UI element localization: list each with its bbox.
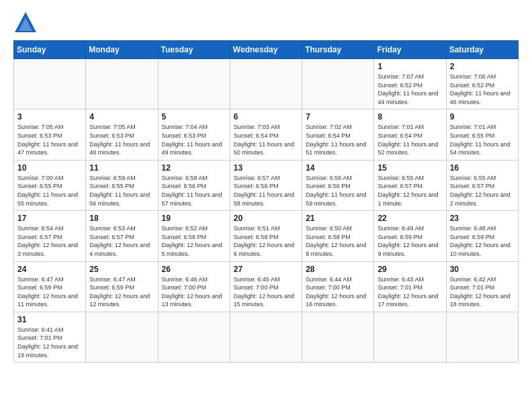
calendar-header: SundayMondayTuesdayWednesdayThursdayFrid… <box>14 41 519 59</box>
day-number: 26 <box>162 265 226 274</box>
calendar-week: 1Sunrise: 7:07 AM Sunset: 6:52 PM Daylig… <box>14 59 519 109</box>
calendar-cell <box>86 59 158 109</box>
calendar-cell: 25Sunrise: 6:47 AM Sunset: 6:59 PM Dayli… <box>86 261 158 312</box>
day-number: 10 <box>17 163 82 173</box>
calendar-cell: 20Sunrise: 6:51 AM Sunset: 6:58 PM Dayli… <box>230 211 302 261</box>
day-number: 24 <box>17 265 82 274</box>
day-info: Sunrise: 7:00 AM Sunset: 6:55 PM Dayligh… <box>17 174 82 208</box>
calendar-cell: 31Sunrise: 6:41 AM Sunset: 7:01 PM Dayli… <box>14 312 86 362</box>
day-info: Sunrise: 6:43 AM Sunset: 7:01 PM Dayligh… <box>378 275 442 309</box>
day-number: 4 <box>89 112 154 122</box>
day-info: Sunrise: 7:05 AM Sunset: 6:53 PM Dayligh… <box>89 123 154 156</box>
day-info: Sunrise: 6:47 AM Sunset: 6:59 PM Dayligh… <box>17 275 82 309</box>
weekday-header: Saturday <box>446 41 518 59</box>
day-info: Sunrise: 6:54 AM Sunset: 6:57 PM Dayligh… <box>17 224 82 258</box>
day-number: 11 <box>89 163 154 173</box>
calendar-cell: 19Sunrise: 6:52 AM Sunset: 6:58 PM Dayli… <box>158 211 230 261</box>
calendar-cell <box>302 59 374 109</box>
day-info: Sunrise: 7:02 AM Sunset: 6:54 PM Dayligh… <box>306 123 370 156</box>
calendar-cell: 30Sunrise: 6:42 AM Sunset: 7:01 PM Dayli… <box>446 261 518 312</box>
day-info: Sunrise: 6:49 AM Sunset: 6:59 PM Dayligh… <box>378 224 442 258</box>
day-info: Sunrise: 6:50 AM Sunset: 6:58 PM Dayligh… <box>306 224 370 258</box>
calendar-cell: 26Sunrise: 6:46 AM Sunset: 7:00 PM Dayli… <box>158 261 230 312</box>
day-info: Sunrise: 6:53 AM Sunset: 6:57 PM Dayligh… <box>89 224 154 258</box>
calendar-cell: 5Sunrise: 7:04 AM Sunset: 6:53 PM Daylig… <box>158 109 230 160</box>
calendar-cell <box>374 312 446 362</box>
calendar-cell: 29Sunrise: 6:43 AM Sunset: 7:01 PM Dayli… <box>374 261 446 312</box>
calendar-cell: 21Sunrise: 6:50 AM Sunset: 6:58 PM Dayli… <box>302 211 374 261</box>
day-number: 16 <box>450 163 515 173</box>
header <box>13 11 519 35</box>
calendar-body: 1Sunrise: 7:07 AM Sunset: 6:52 PM Daylig… <box>14 59 519 363</box>
day-info: Sunrise: 6:56 AM Sunset: 6:56 PM Dayligh… <box>306 174 370 208</box>
calendar-cell: 2Sunrise: 7:06 AM Sunset: 6:52 PM Daylig… <box>446 59 518 109</box>
day-info: Sunrise: 6:47 AM Sunset: 6:59 PM Dayligh… <box>89 275 154 309</box>
calendar-cell: 3Sunrise: 7:05 AM Sunset: 6:53 PM Daylig… <box>14 109 86 160</box>
day-info: Sunrise: 6:55 AM Sunset: 6:57 PM Dayligh… <box>378 174 442 208</box>
calendar-cell: 22Sunrise: 6:49 AM Sunset: 6:59 PM Dayli… <box>374 211 446 261</box>
calendar-cell <box>158 312 230 362</box>
day-info: Sunrise: 6:52 AM Sunset: 6:58 PM Dayligh… <box>162 224 226 258</box>
day-number: 3 <box>17 112 82 122</box>
weekday-header: Monday <box>86 41 158 59</box>
day-number: 29 <box>378 265 442 274</box>
day-number: 22 <box>378 214 442 223</box>
day-number: 25 <box>89 265 154 274</box>
day-info: Sunrise: 7:07 AM Sunset: 6:52 PM Dayligh… <box>378 73 442 106</box>
day-number: 9 <box>450 112 515 122</box>
day-number: 8 <box>378 112 442 122</box>
calendar-cell: 24Sunrise: 6:47 AM Sunset: 6:59 PM Dayli… <box>14 261 86 312</box>
calendar-cell: 4Sunrise: 7:05 AM Sunset: 6:53 PM Daylig… <box>86 109 158 160</box>
day-number: 18 <box>89 214 154 223</box>
calendar-cell <box>230 59 302 109</box>
day-info: Sunrise: 6:42 AM Sunset: 7:01 PM Dayligh… <box>450 275 515 309</box>
day-info: Sunrise: 6:58 AM Sunset: 6:56 PM Dayligh… <box>162 174 226 208</box>
calendar-cell: 23Sunrise: 6:48 AM Sunset: 6:59 PM Dayli… <box>446 211 518 261</box>
day-number: 17 <box>17 214 82 223</box>
calendar-cell: 11Sunrise: 6:59 AM Sunset: 6:55 PM Dayli… <box>86 160 158 210</box>
calendar-cell: 8Sunrise: 7:01 AM Sunset: 6:54 PM Daylig… <box>374 109 446 160</box>
day-number: 12 <box>162 163 226 173</box>
weekday-header: Thursday <box>302 41 374 59</box>
calendar-cell: 18Sunrise: 6:53 AM Sunset: 6:57 PM Dayli… <box>86 211 158 261</box>
calendar-cell <box>86 312 158 362</box>
calendar-week: 10Sunrise: 7:00 AM Sunset: 6:55 PM Dayli… <box>14 160 519 210</box>
calendar-cell: 7Sunrise: 7:02 AM Sunset: 6:54 PM Daylig… <box>302 109 374 160</box>
day-info: Sunrise: 6:55 AM Sunset: 6:57 PM Dayligh… <box>450 174 515 208</box>
day-number: 20 <box>234 214 298 223</box>
day-number: 5 <box>162 112 226 122</box>
day-number: 2 <box>450 62 515 71</box>
day-info: Sunrise: 7:01 AM Sunset: 6:54 PM Dayligh… <box>378 123 442 156</box>
calendar-cell: 15Sunrise: 6:55 AM Sunset: 6:57 PM Dayli… <box>374 160 446 210</box>
day-number: 14 <box>306 163 370 173</box>
day-info: Sunrise: 6:48 AM Sunset: 6:59 PM Dayligh… <box>450 224 515 258</box>
day-number: 21 <box>306 214 370 223</box>
calendar-week: 3Sunrise: 7:05 AM Sunset: 6:53 PM Daylig… <box>14 109 519 160</box>
weekday-header: Tuesday <box>158 41 230 59</box>
day-info: Sunrise: 7:06 AM Sunset: 6:52 PM Dayligh… <box>450 73 515 106</box>
calendar-cell: 10Sunrise: 7:00 AM Sunset: 6:55 PM Dayli… <box>14 160 86 210</box>
calendar-cell: 9Sunrise: 7:01 AM Sunset: 6:55 PM Daylig… <box>446 109 518 160</box>
day-number: 6 <box>234 112 298 122</box>
calendar-cell <box>302 312 374 362</box>
calendar-cell: 17Sunrise: 6:54 AM Sunset: 6:57 PM Dayli… <box>14 211 86 261</box>
calendar-cell: 12Sunrise: 6:58 AM Sunset: 6:56 PM Dayli… <box>158 160 230 210</box>
day-number: 31 <box>17 315 82 324</box>
day-info: Sunrise: 6:57 AM Sunset: 6:56 PM Dayligh… <box>234 174 298 208</box>
day-info: Sunrise: 7:04 AM Sunset: 6:53 PM Dayligh… <box>162 123 226 156</box>
weekday-header: Sunday <box>14 41 86 59</box>
day-number: 19 <box>162 214 226 223</box>
day-number: 27 <box>234 265 298 274</box>
calendar-cell: 16Sunrise: 6:55 AM Sunset: 6:57 PM Dayli… <box>446 160 518 210</box>
day-number: 30 <box>450 265 515 274</box>
logo <box>13 11 40 35</box>
day-info: Sunrise: 7:03 AM Sunset: 6:54 PM Dayligh… <box>234 123 298 156</box>
calendar-cell: 28Sunrise: 6:44 AM Sunset: 7:00 PM Dayli… <box>302 261 374 312</box>
day-number: 13 <box>234 163 298 173</box>
calendar-cell: 1Sunrise: 7:07 AM Sunset: 6:52 PM Daylig… <box>374 59 446 109</box>
calendar-cell: 6Sunrise: 7:03 AM Sunset: 6:54 PM Daylig… <box>230 109 302 160</box>
calendar-cell <box>14 59 86 109</box>
day-info: Sunrise: 6:44 AM Sunset: 7:00 PM Dayligh… <box>306 275 370 309</box>
day-info: Sunrise: 6:41 AM Sunset: 7:01 PM Dayligh… <box>17 326 82 359</box>
calendar-week: 31Sunrise: 6:41 AM Sunset: 7:01 PM Dayli… <box>14 312 519 362</box>
